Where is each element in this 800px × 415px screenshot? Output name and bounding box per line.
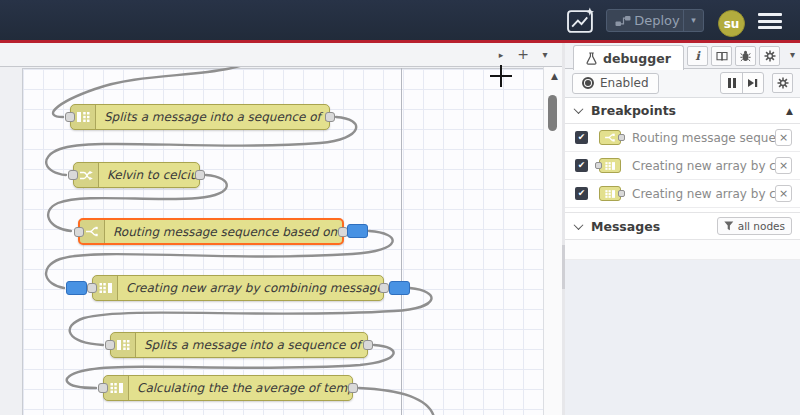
input-port[interactable] (65, 112, 75, 122)
deploy-options-caret[interactable]: ▾ (683, 10, 703, 31)
flow-chart-sparkle-icon[interactable] (566, 7, 596, 34)
breakpoint-row[interactable]: ✔ Creating new array by combini × (565, 152, 800, 180)
input-port-icon (595, 162, 602, 169)
join-node-icon (599, 158, 621, 173)
messages-empty-area (565, 260, 800, 415)
messages-empty-row (565, 240, 800, 260)
input-port[interactable] (87, 283, 97, 293)
pause-icon (728, 78, 731, 88)
breakpoints-title: Breakpoints (591, 103, 676, 118)
node-join-average[interactable]: Calculating the the average of temperatu… (103, 375, 353, 401)
tab-debugger[interactable]: debugger (573, 45, 684, 70)
breakpoint-badge-input[interactable] (66, 281, 87, 295)
flow-list-caret[interactable]: ▾ (536, 46, 554, 64)
header-bar: Deploy ▾ su (0, 0, 800, 40)
sidebar-tab-list-caret[interactable]: ▾ (790, 49, 795, 60)
info-icon: i (695, 49, 700, 63)
breakpoint-checkbox[interactable]: ✔ (575, 131, 588, 144)
output-port-icon (618, 134, 625, 141)
sidebar-tab-bar: debugger i (565, 43, 800, 69)
breakpoint-checkbox[interactable]: ✔ (575, 187, 588, 200)
output-port[interactable] (348, 383, 358, 393)
gear-icon (777, 77, 789, 89)
output-port[interactable] (195, 170, 205, 180)
chevron-down-icon (574, 104, 584, 114)
breakpoint-badge-output[interactable] (389, 281, 410, 295)
enabled-label: Enabled (600, 76, 649, 90)
node-label: Splits a message into a sequence of mess… (136, 338, 367, 352)
debug-sidebar: debugger i (565, 43, 800, 415)
main-menu-button[interactable] (758, 13, 782, 29)
config-tab-button[interactable] (759, 46, 780, 66)
menu-bar (758, 26, 782, 29)
canvas-scrollbar-thumb[interactable] (548, 95, 557, 131)
input-port[interactable] (105, 340, 115, 350)
output-port[interactable] (363, 340, 373, 350)
filter-funnel-icon (724, 221, 734, 231)
node-change-kelvin[interactable]: Kelvin to celcius (73, 162, 200, 188)
output-port[interactable] (379, 283, 389, 293)
deploy-button[interactable]: Deploy ▾ (606, 9, 704, 32)
pause-button[interactable] (721, 73, 742, 93)
messages-title: Messages (591, 219, 660, 234)
remove-breakpoint-button[interactable]: × (775, 129, 792, 146)
breakpoint-label: Creating new array by combini (632, 159, 775, 173)
breakpoint-badge-output[interactable] (347, 224, 368, 238)
node-label: Splits a message into a sequence of mess… (96, 110, 329, 124)
info-tab-button[interactable]: i (687, 46, 708, 66)
toggle-icon (582, 77, 594, 89)
messages-section-header[interactable]: Messages all nodes (565, 212, 800, 240)
workspace-left-margin (0, 67, 22, 415)
debugger-toolbar: Enabled (565, 69, 800, 98)
node-join-array[interactable]: Creating new array by combining message … (92, 275, 384, 301)
scroll-up-icon[interactable]: ▲ (551, 71, 558, 81)
breakpoint-label: Creating new array by combini (632, 187, 775, 201)
step-next-icon (748, 78, 758, 88)
message-filter-button[interactable]: all nodes (717, 217, 792, 235)
menu-bar (758, 13, 782, 16)
scroll-up-icon[interactable]: ▲ (786, 106, 793, 116)
input-port[interactable] (68, 170, 78, 180)
input-port[interactable] (74, 227, 84, 237)
flask-icon (586, 52, 597, 65)
chevron-down-icon (574, 220, 584, 230)
workspace-tab-bar: ▸ + ▾ (0, 43, 562, 67)
debugger-enabled-toggle[interactable]: Enabled (572, 73, 659, 94)
step-next-button[interactable] (742, 73, 763, 93)
output-port[interactable] (325, 112, 335, 122)
tab-label: debugger (603, 51, 671, 66)
flow-canvas[interactable]: Splits a message into a sequence of mess… (0, 67, 562, 415)
node-switch-routing[interactable]: Routing message sequence based on condit… (78, 218, 344, 245)
menu-bar (758, 20, 782, 23)
user-avatar[interactable]: su (718, 10, 745, 37)
breakpoint-row[interactable]: ✔ Routing message sequence ba × (565, 124, 800, 152)
node-label: Calculating the the average of temperatu… (129, 381, 352, 395)
remove-breakpoint-button[interactable]: × (775, 185, 792, 202)
deploy-nodes-icon (615, 15, 631, 27)
node-label: Kelvin to celcius (99, 168, 199, 182)
deploy-label: Deploy (631, 13, 683, 28)
input-port[interactable] (98, 383, 108, 393)
breakpoints-section-header[interactable]: Breakpoints ▲ (565, 98, 800, 124)
book-icon (716, 51, 728, 62)
tab-scroll-right-icon[interactable]: ▸ (492, 46, 510, 64)
help-tab-button[interactable] (711, 46, 732, 66)
workspace-edge-line (401, 68, 402, 415)
node-label: Routing message sequence based on condit… (105, 225, 342, 239)
debugger-settings-button[interactable] (772, 73, 793, 93)
debug-tab-button[interactable] (735, 46, 756, 66)
breakpoint-row[interactable]: ✔ Creating new array by combini × (565, 180, 800, 208)
filter-label: all nodes (738, 220, 785, 232)
add-flow-button[interactable]: + (514, 46, 532, 64)
node-label: Creating new array by combining message … (118, 281, 383, 295)
node-split-2[interactable]: Splits a message into a sequence of mess… (110, 332, 368, 358)
switch-node-icon (599, 130, 621, 145)
node-red-editor: Deploy ▾ su ▸ + ▾ (0, 0, 800, 415)
output-port-icon (618, 190, 625, 197)
crosshair-cursor (490, 75, 512, 77)
remove-breakpoint-button[interactable]: × (775, 157, 792, 174)
breakpoint-checkbox[interactable]: ✔ (575, 159, 588, 172)
gear-icon (764, 50, 776, 62)
node-split-1[interactable]: Splits a message into a sequence of mess… (70, 104, 330, 130)
join-node-icon (599, 186, 621, 201)
